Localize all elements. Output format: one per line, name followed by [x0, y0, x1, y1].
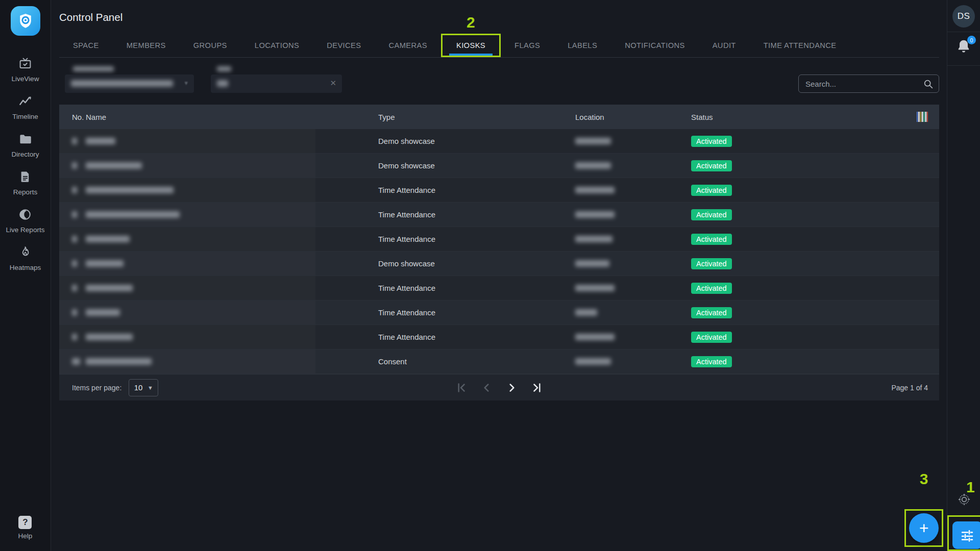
kiosk-location-blurred: [575, 227, 691, 251]
help-icon: ?: [18, 516, 32, 529]
paginator: Items per page: 10 ▼ Page 1 of 4: [59, 374, 939, 400]
app-logo-icon[interactable]: [11, 6, 40, 36]
items-per-page-select[interactable]: 10 ▼: [129, 379, 158, 396]
livereports-icon: [18, 208, 32, 223]
search-input[interactable]: [805, 80, 923, 88]
table-row[interactable]: Time AttendanceActivated: [59, 276, 939, 300]
status-badge: Activated: [691, 356, 732, 367]
annotation-box-1: [947, 515, 980, 551]
table-row[interactable]: Time AttendanceActivated: [59, 203, 939, 227]
kiosk-type: Time Attendance: [315, 325, 575, 349]
kiosk-location-blur: [575, 211, 615, 218]
kiosk-name-blur: [86, 187, 174, 193]
tab-locations[interactable]: LOCATIONS: [241, 34, 313, 57]
first-page-button[interactable]: [454, 381, 468, 394]
table-row[interactable]: Demo showcaseActivated: [59, 129, 939, 154]
kiosk-status: Activated: [691, 325, 939, 349]
tab-time-attendance[interactable]: TIME ATTENDANCE: [750, 34, 850, 57]
clear-filter-icon[interactable]: ✕: [330, 79, 336, 88]
sidebar-item-reports[interactable]: Reports: [0, 164, 51, 202]
tune-sliders-icon: [960, 528, 975, 543]
kiosk-type: Time Attendance: [315, 300, 575, 324]
search-icon[interactable]: [923, 79, 934, 89]
kiosk-name-blurred: [86, 154, 315, 178]
tab-audit[interactable]: AUDIT: [699, 34, 750, 57]
row-number-blurred: [59, 252, 86, 276]
sidebar-item-liveview[interactable]: LiveView: [0, 51, 51, 89]
table-row[interactable]: Demo showcaseActivated: [59, 154, 939, 178]
table-row[interactable]: Demo showcaseActivated: [59, 252, 939, 276]
row-number-blurred: [59, 129, 86, 153]
heatmaps-icon: [18, 245, 32, 261]
table-row[interactable]: Time AttendanceActivated: [59, 178, 939, 203]
items-per-page-label: Items per page:: [72, 384, 121, 392]
kiosk-status: Activated: [691, 178, 939, 202]
table-row[interactable]: Time AttendanceActivated: [59, 227, 939, 252]
kiosk-status: Activated: [691, 349, 939, 373]
kiosk-location-blur: [575, 334, 615, 340]
status-badge: Activated: [691, 209, 732, 220]
notification-badge: 0: [967, 36, 976, 44]
kiosk-name-blurred: [86, 129, 315, 153]
sidebar-item-livereports[interactable]: Live Reports: [0, 202, 51, 240]
kiosk-type: Demo showcase: [315, 129, 575, 153]
kiosk-location-blur: [575, 162, 611, 169]
column-header-name: Name: [86, 105, 315, 129]
kiosk-status: Activated: [691, 227, 939, 251]
add-kiosk-fab-button[interactable]: +: [909, 513, 939, 543]
sidebar-item-timeline[interactable]: Timeline: [0, 89, 51, 127]
kiosk-status: Activated: [691, 276, 939, 300]
column-header-status: Status: [691, 105, 939, 129]
annotation-number-1: 1: [966, 479, 975, 496]
filter-type-select[interactable]: ✕: [211, 74, 342, 93]
kiosk-name-blurred: [86, 276, 315, 300]
filter-location-value-blurred: [71, 80, 173, 87]
kiosk-name-blurred: [86, 325, 315, 349]
tab-flags[interactable]: FLAGS: [501, 34, 554, 57]
panel-settings-button[interactable]: [952, 521, 980, 549]
status-badge: Activated: [691, 258, 732, 269]
tab-groups[interactable]: GROUPS: [180, 34, 241, 57]
table-row[interactable]: Time AttendanceActivated: [59, 325, 939, 349]
kiosk-location-blurred: [575, 154, 691, 178]
notifications-bell-button[interactable]: 0: [955, 38, 973, 57]
kiosk-type: Time Attendance: [315, 203, 575, 227]
column-header-no: No.: [59, 105, 86, 129]
tab-kiosks[interactable]: KIOSKS2: [441, 34, 501, 57]
sidebar-item-label: Directory: [11, 151, 39, 158]
page-info: Page 1 of 4: [891, 384, 928, 392]
sidebar-item-heatmaps[interactable]: Heatmaps: [0, 240, 51, 278]
row-number-blurred: [59, 178, 86, 202]
row-number-blurred: [59, 227, 86, 251]
kiosk-name-blur: [86, 309, 120, 316]
kiosk-location-blurred: [575, 203, 691, 227]
row-number-blurred: [59, 325, 86, 349]
next-page-button[interactable]: [505, 381, 519, 394]
kiosks-table: No. Name Type Location Status Demo showc…: [59, 105, 939, 400]
sidebar-item-help[interactable]: ? Help: [18, 516, 33, 540]
table-row[interactable]: Time AttendanceActivated: [59, 300, 939, 325]
kiosk-location-blurred: [575, 325, 691, 349]
user-avatar[interactable]: DS: [952, 5, 975, 28]
filter-location-select[interactable]: ▾: [65, 74, 194, 93]
kiosk-type: Demo showcase: [315, 252, 575, 276]
tab-notifications[interactable]: NOTIFICATIONS: [611, 34, 699, 57]
row-number-blur: [72, 285, 77, 291]
kiosk-name-blur: [86, 138, 115, 144]
table-row[interactable]: ConsentActivated: [59, 349, 939, 374]
tab-space[interactable]: SPACE: [59, 34, 113, 57]
tab-devices[interactable]: DEVICES: [313, 34, 375, 57]
row-number-blurred: [59, 349, 86, 373]
sidebar-item-directory[interactable]: Directory: [0, 127, 51, 164]
sidebar-item-label: Heatmaps: [10, 264, 41, 271]
row-number-blur: [72, 187, 77, 193]
chevron-down-icon: ▾: [184, 79, 188, 87]
previous-page-button[interactable]: [480, 381, 493, 394]
column-chooser-icon[interactable]: [917, 112, 928, 124]
tab-labels[interactable]: LABELS: [554, 34, 611, 57]
kiosk-type: Consent: [315, 349, 575, 373]
last-page-button[interactable]: [531, 381, 544, 394]
tab-members[interactable]: MEMBERS: [113, 34, 180, 57]
kiosk-status: Activated: [691, 129, 939, 153]
tab-cameras[interactable]: CAMERAS: [375, 34, 441, 57]
